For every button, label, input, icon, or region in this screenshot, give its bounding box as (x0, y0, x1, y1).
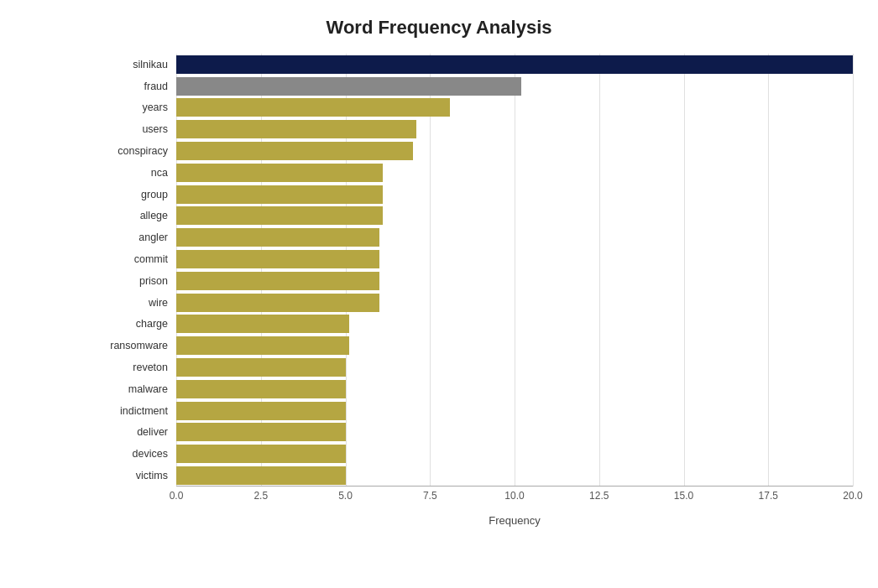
chart-title: Word Frequency Analysis (25, 17, 853, 39)
bar-label: wire (92, 297, 176, 309)
x-tick-label: 10.0 (504, 490, 524, 502)
bar-inner (176, 250, 379, 268)
x-tick-label: 12.5 (589, 490, 609, 502)
bar-outer (176, 466, 853, 485)
grid-line (853, 54, 854, 487)
bar-label: devices (92, 448, 176, 460)
bar-outer (176, 228, 853, 247)
bar-label: malware (92, 383, 176, 395)
bar-label: deliver (92, 426, 176, 438)
x-axis-line (176, 486, 853, 487)
bar-inner (176, 77, 521, 96)
bar-inner (176, 358, 346, 377)
bar-row: reveton (92, 356, 853, 378)
bar-outer (176, 445, 853, 463)
bar-label: indictment (92, 405, 176, 417)
bar-outer (176, 77, 853, 96)
bar-inner (176, 206, 383, 225)
bar-label: years (92, 101, 176, 113)
bar-inner (176, 272, 379, 290)
x-tick-label: 2.5 (253, 490, 268, 502)
bar-outer (176, 185, 853, 204)
bar-label: victims (92, 470, 176, 481)
bar-label: reveton (92, 362, 176, 373)
bar-inner (176, 336, 349, 355)
bar-inner (176, 380, 346, 398)
bar-inner (176, 315, 349, 333)
x-tick-label: 7.5 (423, 490, 437, 502)
bar-label: angler (92, 232, 176, 243)
bar-label: fraud (92, 81, 176, 92)
bar-row: years (92, 97, 853, 119)
x-tick-label: 17.5 (759, 490, 778, 502)
bar-outer (176, 142, 853, 160)
x-axis-label: Frequency (489, 514, 540, 527)
bar-row: conspiracy (92, 140, 853, 162)
bar-inner (176, 164, 383, 182)
bar-row: angler (92, 226, 853, 248)
bar-inner (176, 142, 413, 160)
bar-outer (176, 98, 853, 117)
bar-row: malware (92, 378, 853, 400)
bar-label: commit (92, 253, 176, 265)
bar-outer (176, 120, 853, 138)
bar-outer (176, 164, 853, 182)
bar-label: prison (92, 275, 176, 287)
bar-row: allege (92, 206, 853, 227)
bar-inner (176, 445, 346, 463)
bar-inner (176, 98, 450, 117)
bar-row: deliver (92, 422, 853, 444)
bar-row: fraud (92, 75, 853, 97)
bar-outer (176, 206, 853, 225)
bar-row: silnikau (92, 54, 853, 75)
bar-row: group (92, 184, 853, 206)
bar-label: nca (92, 167, 176, 179)
x-tick-label: 15.0 (674, 490, 693, 502)
bar-row: prison (92, 270, 853, 292)
bar-outer (176, 402, 853, 420)
bar-row: commit (92, 248, 853, 270)
bar-row: ransomware (92, 335, 853, 356)
bar-label: silnikau (92, 59, 176, 70)
bar-outer (176, 315, 853, 333)
bar-inner (176, 55, 853, 74)
bar-label: allege (92, 210, 176, 221)
x-tick-label: 20.0 (843, 490, 862, 502)
bar-row: nca (92, 162, 853, 184)
bar-label: charge (92, 318, 176, 330)
chart-container: Word Frequency Analysis silnikaufraudyea… (0, 0, 878, 588)
x-tick-label: 5.0 (338, 490, 353, 502)
bar-row: devices (92, 443, 853, 465)
bar-label: group (92, 189, 176, 200)
bar-inner (176, 185, 383, 204)
bar-outer (176, 336, 853, 355)
bar-label: conspiracy (92, 145, 176, 157)
bar-inner (176, 402, 346, 420)
bar-row: wire (92, 292, 853, 314)
bar-outer (176, 380, 853, 398)
bar-inner (176, 294, 379, 312)
bar-label: ransomware (92, 340, 176, 351)
x-tick-label: 0.0 (170, 490, 184, 502)
bar-inner (176, 120, 416, 138)
bar-outer (176, 250, 853, 268)
bar-outer (176, 294, 853, 312)
bar-outer (176, 358, 853, 377)
bar-outer (176, 272, 853, 290)
bar-outer (176, 423, 853, 441)
bar-row: victims (92, 465, 853, 487)
bar-inner (176, 423, 346, 441)
bar-label: users (92, 123, 176, 135)
bar-inner (176, 228, 379, 247)
bar-row: indictment (92, 400, 853, 422)
bar-outer (176, 55, 853, 74)
bar-inner (176, 466, 346, 485)
bar-row: users (92, 118, 853, 140)
bar-row: charge (92, 314, 853, 336)
